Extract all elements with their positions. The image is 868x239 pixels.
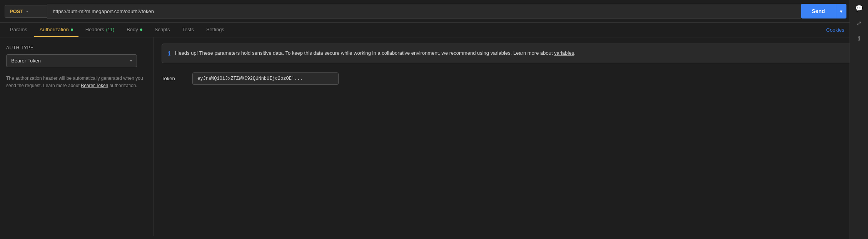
auth-description: The authorization header will be automat… (6, 75, 147, 89)
body-active-dot (140, 29, 142, 31)
authorization-active-dot (71, 29, 73, 31)
alert-text-content: Heads up! These parameters hold sensitiv… (175, 49, 576, 57)
chevron-down-icon: ▾ (26, 9, 28, 13)
tab-authorization[interactable]: Authorization (34, 23, 78, 37)
main-content: Auth Type Bearer Token ▾ The authorizati… (0, 37, 868, 236)
far-right-panel: 💬 ⤢ ℹ (850, 0, 868, 239)
send-dropdown-button[interactable]: ▾ (836, 4, 846, 19)
tab-body[interactable]: Body (121, 23, 148, 37)
left-panel: Auth Type Bearer Token ▾ The authorizati… (0, 37, 154, 236)
auth-type-select[interactable]: Bearer Token ▾ (6, 54, 137, 67)
token-label: Token (162, 76, 185, 81)
tab-headers[interactable]: Headers (11) (80, 23, 120, 37)
method-label: POST (10, 8, 23, 14)
tab-params[interactable]: Params (5, 23, 33, 37)
tab-scripts[interactable]: Scripts (149, 23, 175, 37)
token-row: Token (162, 72, 860, 85)
right-panel: ℹ Heads up! These parameters hold sensit… (154, 37, 868, 236)
send-button[interactable]: Send (801, 4, 836, 19)
tab-tests-label: Tests (182, 27, 194, 32)
tab-headers-label: Headers (85, 27, 104, 32)
tab-tests[interactable]: Tests (177, 23, 199, 37)
method-selector[interactable]: POST ▾ (5, 5, 47, 18)
expand-icon[interactable]: ⤢ (856, 20, 861, 27)
chat-panel-icon[interactable]: 💬 (855, 5, 863, 12)
chevron-down-icon: ▾ (130, 59, 132, 63)
tab-settings[interactable]: Settings (201, 23, 230, 37)
variables-link[interactable]: variables (554, 50, 574, 56)
tab-authorization-label: Authorization (40, 27, 69, 32)
cookies-link[interactable]: Cookies (823, 23, 847, 37)
headers-badge: (11) (106, 27, 114, 32)
tab-body-label: Body (127, 27, 138, 32)
chevron-down-icon: ▾ (840, 8, 843, 14)
auth-type-value: Bearer Token (11, 58, 41, 64)
token-input[interactable] (192, 72, 339, 85)
auth-type-label: Auth Type (6, 45, 147, 50)
alert-banner: ℹ Heads up! These parameters hold sensit… (162, 44, 860, 63)
bearer-token-link[interactable]: Bearer Token (81, 83, 108, 88)
url-input[interactable] (47, 4, 801, 19)
tabs-row: Params Authorization Headers (11) Body S… (0, 23, 868, 37)
tab-params-label: Params (10, 27, 27, 32)
tab-scripts-label: Scripts (155, 27, 170, 32)
url-bar-row: POST ▾ Send ▾ 💬 (0, 0, 868, 23)
info-circle-icon: ℹ (168, 50, 170, 57)
info-icon[interactable]: ℹ (858, 35, 860, 42)
send-btn-group: Send ▾ (801, 4, 846, 19)
tab-settings-label: Settings (206, 27, 224, 32)
